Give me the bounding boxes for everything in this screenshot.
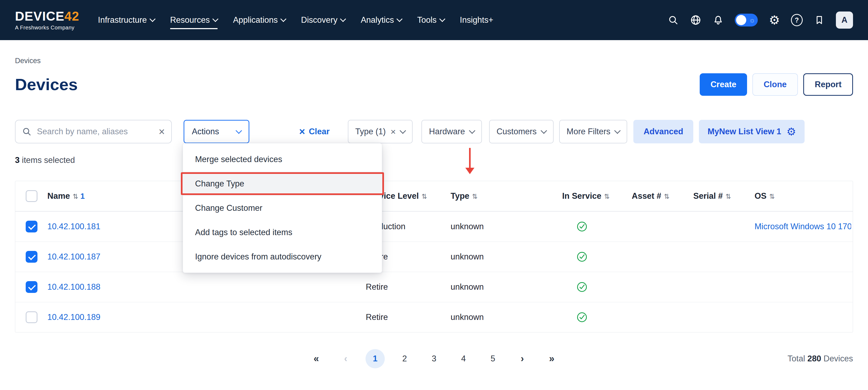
actions-dropdown[interactable]: Actions — [184, 120, 249, 143]
clear-x-icon: × — [299, 127, 305, 137]
menu-item-change-customer[interactable]: Change Customer — [183, 196, 382, 220]
sort-icon[interactable]: ⇅ — [422, 193, 427, 200]
in-service-check-icon — [577, 282, 587, 292]
in-service-check-icon — [577, 221, 587, 232]
page-button-4[interactable]: 4 — [454, 349, 473, 368]
column-header-asset[interactable]: Asset #⇅ — [632, 191, 670, 201]
pagination: « ‹ 1 2 3 4 5 › » — [307, 349, 561, 368]
sort-icon[interactable]: ⇅ — [664, 193, 670, 200]
chevron-down-icon — [280, 16, 286, 22]
device42-logo[interactable]: DEVICE42 A Freshworks Company — [15, 10, 79, 31]
chevron-down-icon — [540, 127, 547, 134]
type-value: unknown — [451, 222, 484, 231]
total-count: Total 280 Devices — [787, 354, 853, 363]
user-avatar[interactable]: A — [836, 11, 853, 29]
nav-utility-icons: ☼ ⚙ ? A — [667, 11, 853, 29]
sort-order-badge: 1 — [80, 192, 85, 200]
nav-menu: Infrastructure Resources Applications Di… — [98, 15, 493, 25]
nav-item-tools[interactable]: Tools — [417, 15, 444, 29]
advanced-button[interactable]: Advanced — [633, 120, 693, 143]
bookmark-icon[interactable] — [813, 14, 825, 26]
chevron-down-icon — [439, 16, 445, 22]
page-content: Devices Devices Create Clone Report × Ac… — [0, 40, 868, 368]
column-header-serial[interactable]: Serial #⇅ — [693, 191, 731, 201]
menu-item-ignore-devices[interactable]: Ignore devices from autodiscovery — [183, 245, 382, 269]
title-row: Devices Create Clone Report — [15, 73, 853, 96]
breadcrumb[interactable]: Devices — [15, 56, 853, 65]
search-icon[interactable] — [667, 14, 679, 26]
select-all-checkbox[interactable] — [26, 190, 37, 202]
toggle-knob — [736, 15, 746, 25]
logo-text: DEVICE42 — [15, 10, 79, 23]
sort-icon[interactable]: ⇅ — [472, 193, 477, 200]
chevron-down-icon — [149, 16, 155, 22]
header-buttons: Create Clone Report — [700, 73, 853, 96]
column-header-os[interactable]: OS⇅ — [754, 191, 851, 201]
filter-toolbar: × Actions × Clear Type (1) × Hardware Cu… — [15, 120, 853, 143]
device-name-link[interactable]: 10.42.100.187 — [48, 252, 100, 262]
bell-icon[interactable] — [712, 14, 724, 26]
menu-item-add-tags[interactable]: Add tags to selected items — [183, 220, 382, 245]
type-filter-chip[interactable]: Type (1) × — [348, 120, 413, 143]
nav-item-insights[interactable]: Insights+ — [460, 15, 493, 29]
device-name-link[interactable]: 10.42.100.189 — [48, 313, 100, 322]
sort-icon[interactable]: ⇅ — [769, 193, 775, 200]
search-input[interactable] — [36, 127, 154, 137]
menu-item-change-type[interactable]: Change Type — [183, 171, 382, 196]
os-link[interactable]: Microsoft Windows 10 170 — [754, 222, 851, 231]
sort-icon[interactable]: ⇅ — [725, 193, 731, 200]
chevron-down-icon — [614, 127, 621, 134]
customers-filter-chip[interactable]: Customers — [489, 120, 554, 143]
page-button-2[interactable]: 2 — [395, 349, 414, 368]
clear-filters-link[interactable]: × Clear — [299, 127, 330, 137]
nav-item-discovery[interactable]: Discovery — [301, 15, 345, 29]
row-checkbox[interactable] — [26, 281, 37, 293]
nav-item-applications[interactable]: Applications — [233, 15, 285, 29]
column-header-type[interactable]: Type⇅ — [451, 191, 477, 201]
service-level-value: Retire — [366, 313, 388, 322]
row-checkbox[interactable] — [26, 221, 37, 232]
more-filters-chip[interactable]: More Filters — [559, 120, 627, 143]
row-checkbox[interactable] — [26, 251, 37, 263]
last-page-button[interactable]: » — [542, 349, 561, 368]
row-checkbox[interactable] — [26, 311, 37, 323]
gear-icon[interactable]: ⚙ — [787, 126, 796, 137]
globe-icon[interactable] — [690, 14, 702, 26]
first-page-button[interactable]: « — [307, 349, 326, 368]
page-button-3[interactable]: 3 — [424, 349, 444, 368]
top-navigation-bar: DEVICE42 A Freshworks Company Infrastruc… — [0, 0, 868, 40]
remove-type-filter-icon[interactable]: × — [391, 127, 396, 136]
gear-icon[interactable]: ⚙ — [769, 14, 780, 26]
table-row: 10.42.100.181 Production unknown Microso… — [15, 211, 853, 241]
page-button-5[interactable]: 5 — [483, 349, 502, 368]
help-icon[interactable]: ? — [791, 14, 803, 26]
hardware-filter-chip[interactable]: Hardware — [422, 120, 482, 143]
menu-item-merge-selected-devices[interactable]: Merge selected devices — [183, 147, 382, 171]
nav-item-resources[interactable]: Resources — [170, 15, 218, 29]
list-view-button[interactable]: MyNew List View 1 ⚙ — [699, 120, 805, 143]
nav-item-analytics[interactable]: Analytics — [361, 15, 402, 29]
next-page-button[interactable]: › — [513, 349, 532, 368]
column-header-name[interactable]: Name⇅1 — [48, 191, 85, 201]
search-box[interactable]: × — [15, 120, 172, 143]
table-row: 10.42.100.187 Retire unknown — [15, 241, 853, 272]
page-button-1[interactable]: 1 — [366, 349, 385, 368]
report-button[interactable]: Report — [803, 73, 853, 96]
sort-icon[interactable]: ⇅ — [604, 193, 610, 200]
magnifier-icon — [22, 127, 32, 136]
device-name-link[interactable]: 10.42.100.181 — [48, 222, 100, 231]
device-name-link[interactable]: 10.42.100.188 — [48, 282, 100, 292]
clone-button[interactable]: Clone — [752, 73, 798, 96]
column-header-in-service[interactable]: In Service⇅ — [562, 191, 610, 201]
create-button[interactable]: Create — [700, 73, 747, 96]
clear-search-icon[interactable]: × — [159, 126, 165, 137]
devices-table: Name⇅1 Service Level⇅ Type⇅ In Service⇅ … — [15, 181, 853, 332]
nav-item-infrastructure[interactable]: Infrastructure — [98, 15, 155, 29]
sort-icon[interactable]: ⇅ — [72, 193, 78, 200]
page-title: Devices — [15, 74, 78, 95]
theme-toggle[interactable]: ☼ — [735, 14, 758, 27]
chevron-down-icon — [397, 16, 403, 22]
chevron-down-icon — [469, 127, 475, 134]
logo-tagline: A Freshworks Company — [15, 25, 79, 31]
prev-page-button[interactable]: ‹ — [336, 349, 355, 368]
